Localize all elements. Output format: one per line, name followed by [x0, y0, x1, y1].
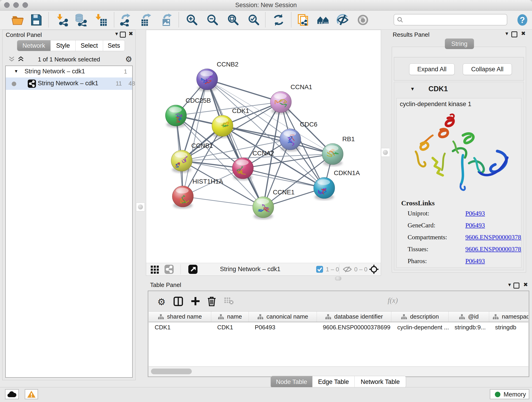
crosshair-icon[interactable] — [369, 264, 379, 275]
show-panel-eye-icon[interactable] — [356, 13, 369, 26]
results-panel: Results Panel ▾ ✖ String Expand All Coll… — [389, 30, 529, 275]
home-networks-icon[interactable] — [317, 13, 330, 26]
results-panel-title: Results Panel — [393, 31, 429, 38]
close-panel-icon[interactable]: ✖ — [523, 281, 528, 288]
svg-text:?: ? — [520, 15, 525, 25]
export-table-icon[interactable] — [140, 13, 153, 26]
import-network-database-icon[interactable] — [74, 13, 87, 26]
right-splitter-handle[interactable] — [381, 148, 390, 157]
cloud-icon — [7, 391, 17, 398]
table-row[interactable]: CDK1CDK1P064939606.ENSP00000378699cyclin… — [149, 322, 528, 332]
network-edge-CCNB2-CCNE1[interactable] — [207, 79, 263, 207]
search-input[interactable] — [406, 15, 503, 25]
gene-collapse-icon[interactable]: ▼ — [410, 86, 415, 92]
collapse-panel-icon[interactable]: ▾ — [508, 281, 511, 288]
column-header--id[interactable]: @id — [449, 312, 489, 322]
apply-layout-icon[interactable] — [272, 13, 285, 26]
column-header-namespace[interactable]: namespace — [489, 312, 528, 322]
tab-sets[interactable]: Sets — [103, 40, 125, 51]
column-header-description[interactable]: description — [391, 312, 449, 322]
zoom-fit-icon[interactable] — [227, 13, 240, 26]
zoom-out-icon[interactable] — [206, 13, 219, 26]
scrollbar-thumb[interactable] — [151, 369, 192, 374]
column-header-database-identifier[interactable]: database identifier — [317, 312, 391, 322]
hide-panel-eye-icon[interactable] — [336, 13, 349, 26]
toolbar-separator — [114, 12, 114, 27]
table-cell: 9606.ENSP00000378699 — [317, 324, 391, 331]
memory-button[interactable]: Memory — [490, 389, 529, 399]
left-splitter-handle[interactable] — [136, 203, 145, 211]
control-panel-title: Control Panel — [6, 32, 42, 38]
grid-view-icon[interactable] — [150, 265, 159, 275]
crosslink-link[interactable]: 9606.ENSP00000378699 — [465, 245, 521, 253]
node-label-RB1: RB1 — [342, 135, 355, 143]
save-session-icon[interactable] — [30, 13, 43, 26]
collapse-all-button[interactable]: Collapse All — [463, 64, 512, 75]
clone-network-icon[interactable] — [298, 13, 312, 26]
delete-column-icon[interactable] — [207, 297, 216, 307]
column-label: name — [227, 313, 242, 320]
network-view-share-icon[interactable] — [165, 265, 174, 275]
tab-network[interactable]: Network — [17, 40, 51, 51]
hidden-eye-icon[interactable] — [343, 266, 352, 273]
expand-all-button[interactable]: Expand All — [409, 64, 455, 75]
crosslink-link[interactable]: P06493 — [465, 210, 485, 217]
tab-node-table[interactable]: Node Table — [271, 376, 312, 388]
shared-column-icon — [493, 314, 499, 319]
import-network-file-icon[interactable] — [56, 13, 69, 26]
column-header-name[interactable]: name — [211, 312, 249, 322]
main-toolbar: ? — [0, 11, 532, 30]
float-panel-icon[interactable] — [511, 32, 517, 37]
network-canvas[interactable]: CCNB2CCNA1CDC25BCDK1CDC6RB1CCNB1CCNA2CDK… — [146, 30, 381, 263]
close-panel-icon[interactable]: ✖ — [521, 30, 526, 37]
string-results-box: Expand All Collapse All ▼ CDK1 cyclin-de… — [392, 47, 526, 273]
column-header-shared-name[interactable]: shared name — [149, 312, 211, 322]
crosslink-label: GeneCard: — [408, 222, 435, 229]
collapse-panel-icon[interactable]: ▾ — [115, 31, 118, 37]
column-label: shared name — [167, 313, 202, 320]
export-network-icon[interactable] — [119, 13, 132, 26]
help-icon[interactable]: ? — [516, 13, 529, 26]
column-label: namespace — [502, 313, 528, 320]
expand-collapse-bar: Expand All Collapse All — [394, 57, 524, 80]
zoom-in-icon[interactable] — [186, 13, 198, 26]
table-horizontal-scrollbar — [149, 366, 528, 376]
network-edge-CCNB2-CCNA1[interactable] — [207, 79, 281, 102]
collection-expand-icon[interactable]: ▼ — [14, 69, 18, 74]
network-options-gear-icon[interactable]: ⚙ — [125, 55, 132, 64]
selected-checkbox-icon[interactable] — [316, 266, 323, 274]
tab-string[interactable]: String — [445, 38, 474, 49]
tab-network-table[interactable]: Network Table — [355, 376, 406, 388]
warnings-button[interactable] — [25, 389, 38, 399]
column-header-canonical-name[interactable]: canonical name — [249, 312, 317, 322]
gene-section-header[interactable]: ▼ CDK1 — [394, 82, 524, 97]
crosslink-link[interactable]: P06493 — [465, 257, 485, 265]
network-row[interactable]: String Network – cdk1 11 48 — [6, 77, 132, 90]
network-collection-row[interactable]: ▼ String Network – cdk1 1 — [6, 66, 132, 77]
import-table-file-icon[interactable] — [95, 13, 108, 26]
close-panel-icon[interactable]: ✖ — [128, 31, 133, 37]
network-edge-count: 48 — [128, 80, 135, 87]
horizontal-splitter-handle[interactable] — [335, 276, 341, 281]
collapse-panel-icon[interactable]: ▾ — [505, 30, 508, 37]
tab-style[interactable]: Style — [51, 40, 76, 51]
crosslink-link[interactable]: P06493 — [465, 222, 485, 229]
create-column-icon[interactable] — [191, 297, 200, 307]
birds-eye-view-icon[interactable] — [188, 265, 197, 275]
cloud-status-button[interactable] — [5, 389, 19, 399]
zoom-selected-icon[interactable] — [247, 13, 260, 26]
current-network-dot — [12, 82, 16, 86]
export-image-icon[interactable] — [161, 13, 173, 26]
open-session-icon[interactable] — [12, 13, 24, 26]
float-panel-icon[interactable] — [513, 283, 519, 288]
network-edge-HIST1H1A-CCNE1[interactable] — [183, 196, 263, 207]
crosslink-link[interactable]: 9606.ENSP00000378699 — [465, 234, 521, 241]
tab-select[interactable]: Select — [76, 40, 103, 51]
show-columns-icon[interactable] — [173, 297, 183, 307]
toolbar-separator — [339, 264, 339, 274]
crosslink-row: Compartments:9606.ENSP00000378699 — [408, 234, 519, 243]
tab-edge-table[interactable]: Edge Table — [312, 376, 355, 388]
table-settings-gear-icon[interactable]: ⚙ — [157, 297, 166, 307]
float-panel-icon[interactable] — [120, 32, 126, 38]
node-label-CDC25B: CDC25B — [186, 97, 211, 104]
